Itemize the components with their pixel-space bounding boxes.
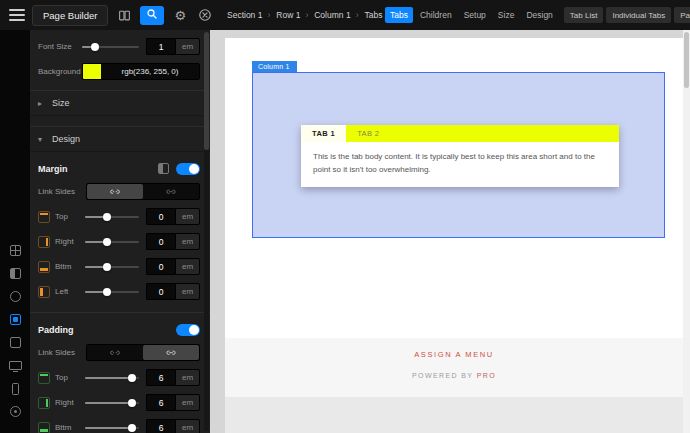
tab-children[interactable]: Children bbox=[415, 7, 457, 23]
section-size[interactable]: Size bbox=[30, 90, 210, 116]
padding-header: Padding bbox=[38, 322, 200, 337]
unlink-sides-icon[interactable] bbox=[87, 345, 143, 360]
canvas-scrollbar[interactable] bbox=[683, 30, 690, 433]
assign-menu-link[interactable]: ASSIGN A MENU bbox=[414, 350, 494, 359]
padding-right-value[interactable]: 6 bbox=[146, 394, 175, 411]
margin-left-value[interactable]: 0 bbox=[146, 283, 175, 300]
margin-link-sides: Link Sides bbox=[38, 183, 200, 200]
unlink-sides-icon[interactable] bbox=[87, 184, 143, 199]
menu-icon[interactable] bbox=[9, 9, 25, 21]
margin-bottom-slider[interactable] bbox=[85, 259, 139, 275]
tab-tabs[interactable]: Tabs bbox=[385, 7, 413, 23]
padding-bottom-label: Bttm bbox=[55, 423, 85, 432]
padding-right-row: Right 6 em bbox=[38, 394, 200, 411]
font-size-unit[interactable]: em bbox=[175, 38, 200, 55]
padding-bottom-slider[interactable] bbox=[85, 420, 139, 433]
margin-top-slider[interactable] bbox=[85, 209, 139, 225]
padding-right-unit[interactable]: em bbox=[175, 394, 200, 411]
tab-body-text: This is the tab body content. It is typi… bbox=[301, 142, 619, 187]
margin-toggle[interactable] bbox=[176, 163, 200, 175]
column-label-tag[interactable]: Column 1 bbox=[252, 61, 297, 72]
font-size-control: Font Size 1 em bbox=[38, 38, 200, 55]
padding-right-slider[interactable] bbox=[85, 395, 139, 411]
tab-setup[interactable]: Setup bbox=[459, 7, 491, 23]
monitor-icon[interactable] bbox=[9, 359, 22, 372]
link-sides-icon[interactable] bbox=[143, 345, 199, 360]
margin-bottom-row: Bttm 0 em bbox=[38, 258, 200, 275]
columns-layout-icon[interactable] bbox=[115, 6, 133, 24]
square-tool-icon[interactable] bbox=[9, 336, 22, 349]
margin-right-label: Right bbox=[55, 237, 85, 246]
padding-top-unit[interactable]: em bbox=[175, 369, 200, 386]
page-builder-app: Page Builder ⚙ Section 1 Row 1 Column 1 … bbox=[0, 0, 690, 433]
tabs-element[interactable]: TAB 1 TAB 2 This is the tab body content… bbox=[301, 125, 619, 187]
breadcrumb-element[interactable]: Tabs bbox=[362, 10, 383, 20]
section-design[interactable]: Design bbox=[30, 126, 210, 152]
margin-right-unit[interactable]: em bbox=[175, 233, 200, 250]
apps-grid-icon[interactable] bbox=[9, 244, 22, 257]
margin-right-value[interactable]: 0 bbox=[146, 233, 175, 250]
subtab-tab-list[interactable]: Tab List bbox=[564, 7, 604, 23]
breadcrumb-row[interactable]: Row 1 bbox=[274, 10, 310, 20]
preview-page[interactable]: Column 1 TAB 1 TAB 2 This is the tab bod… bbox=[225, 38, 683, 433]
margin-bottom-label: Bttm bbox=[55, 262, 85, 271]
active-panel-icon[interactable] bbox=[9, 313, 22, 326]
preview-canvas: Column 1 TAB 1 TAB 2 This is the tab bod… bbox=[210, 30, 683, 433]
page-builder-button[interactable]: Page Builder bbox=[32, 5, 108, 26]
responsive-icon[interactable] bbox=[158, 163, 169, 174]
subtab-individual-tabs[interactable]: Individual Tabs bbox=[606, 7, 671, 23]
phone-icon[interactable] bbox=[9, 382, 22, 395]
link-sides-label: Link Sides bbox=[38, 348, 86, 357]
dot-circle-icon[interactable] bbox=[9, 405, 22, 418]
background-input[interactable]: rgb(236, 255, 0) bbox=[82, 63, 200, 80]
margin-left-icon bbox=[38, 286, 50, 298]
circle-tool-icon[interactable] bbox=[9, 290, 22, 303]
margin-left-row: Left 0 em bbox=[38, 283, 200, 300]
padding-top-slider[interactable] bbox=[85, 370, 139, 386]
font-size-value[interactable]: 1 bbox=[146, 38, 175, 55]
tab-2[interactable]: TAB 2 bbox=[346, 125, 390, 142]
selected-column[interactable]: Column 1 TAB 1 TAB 2 This is the tab bod… bbox=[252, 72, 665, 238]
link-sides-icon[interactable] bbox=[143, 184, 199, 199]
search-button[interactable] bbox=[140, 6, 164, 25]
background-value: rgb(236, 255, 0) bbox=[101, 64, 199, 79]
subtab-panels[interactable]: Panels bbox=[674, 7, 690, 23]
margin-left-slider[interactable] bbox=[85, 284, 139, 300]
tab-1[interactable]: TAB 1 bbox=[301, 125, 346, 142]
padding-title: Padding bbox=[38, 325, 176, 335]
left-toolbar bbox=[0, 30, 30, 433]
theme-logo-icon[interactable] bbox=[196, 6, 214, 24]
link-sides-label: Link Sides bbox=[38, 187, 86, 196]
scrollbar-thumb[interactable] bbox=[684, 32, 689, 88]
sidebar-scrollbar[interactable] bbox=[204, 32, 209, 431]
margin-bottom-value[interactable]: 0 bbox=[146, 258, 175, 275]
margin-bottom-unit[interactable]: em bbox=[175, 258, 200, 275]
padding-top-label: Top bbox=[55, 373, 85, 382]
powered-by-label: POWERED BY bbox=[412, 372, 473, 379]
page-footer-lower bbox=[225, 397, 683, 433]
inspector-subtabs: Tab List Individual Tabs Panels Effects … bbox=[564, 7, 690, 23]
pro-label[interactable]: PRO bbox=[477, 372, 496, 379]
background-label: Background bbox=[38, 67, 82, 76]
section-size-label: Size bbox=[52, 98, 70, 108]
padding-toggle[interactable] bbox=[176, 324, 200, 336]
margin-left-unit[interactable]: em bbox=[175, 283, 200, 300]
tab-design[interactable]: Design bbox=[521, 7, 557, 23]
padding-bottom-value[interactable]: 6 bbox=[146, 419, 175, 433]
margin-top-value[interactable]: 0 bbox=[146, 208, 175, 225]
margin-top-row: Top 0 em bbox=[38, 208, 200, 225]
padding-bottom-unit[interactable]: em bbox=[175, 419, 200, 433]
color-swatch[interactable] bbox=[83, 64, 101, 79]
settings-gear-icon[interactable]: ⚙ bbox=[171, 6, 189, 24]
padding-link-sides: Link Sides bbox=[38, 344, 200, 361]
margin-top-unit[interactable]: em bbox=[175, 208, 200, 225]
margin-top-icon bbox=[38, 211, 50, 223]
padding-top-value[interactable]: 6 bbox=[146, 369, 175, 386]
breadcrumb-section[interactable]: Section 1 bbox=[225, 10, 272, 20]
margin-right-slider[interactable] bbox=[85, 234, 139, 250]
caret-down-icon bbox=[38, 135, 46, 144]
half-square-icon[interactable] bbox=[9, 267, 22, 280]
breadcrumb-column[interactable]: Column 1 bbox=[312, 10, 360, 20]
font-size-slider[interactable] bbox=[82, 39, 139, 55]
tab-size[interactable]: Size bbox=[493, 7, 520, 23]
